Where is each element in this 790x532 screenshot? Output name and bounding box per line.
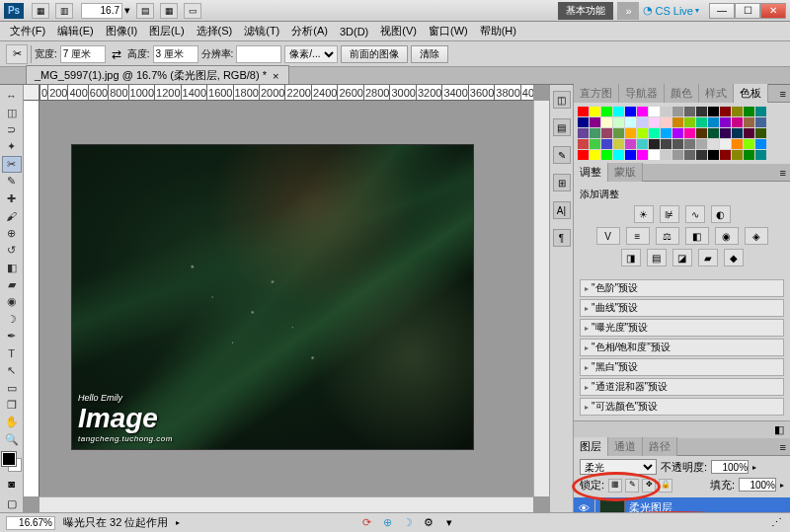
invert-icon[interactable]: ◨: [621, 249, 641, 266]
swatch[interactable]: [696, 117, 707, 127]
status-sync-icon[interactable]: ⟳: [358, 515, 374, 531]
zoom-dropdown-icon[interactable]: ▾: [124, 4, 130, 17]
swatch[interactable]: [672, 117, 683, 127]
close-button[interactable]: ✕: [760, 3, 786, 19]
styles-tab[interactable]: 样式: [699, 84, 734, 103]
marquee-tool[interactable]: ◫: [2, 105, 22, 120]
blur-tool[interactable]: ◉: [2, 294, 22, 310]
brush-tool[interactable]: 🖌: [2, 208, 22, 224]
scrollbar-vertical[interactable]: [533, 101, 549, 496]
swatch[interactable]: [684, 139, 695, 149]
adjustments-tab[interactable]: 调整: [574, 163, 608, 182]
zoom-input[interactable]: [81, 3, 122, 19]
swatch[interactable]: [637, 150, 648, 160]
preset-item[interactable]: "曲线"预设: [580, 299, 784, 317]
swatch[interactable]: [732, 117, 743, 127]
dock-icon-4[interactable]: ⊞: [553, 174, 571, 191]
status-chevron-icon[interactable]: ▾: [441, 515, 457, 531]
huesat-icon[interactable]: ≡: [626, 227, 650, 245]
width-input[interactable]: [60, 45, 106, 63]
dock-icon-1[interactable]: ◫: [553, 91, 571, 109]
menu-file[interactable]: 文件(F): [6, 22, 49, 40]
masks-tab[interactable]: 蒙版: [608, 163, 643, 182]
gradient-tool[interactable]: ▰: [2, 276, 22, 292]
selectivecolor-icon[interactable]: ◆: [724, 249, 744, 266]
navigator-tab[interactable]: 导航器: [619, 84, 665, 103]
menu-3d[interactable]: 3D(D): [336, 24, 372, 39]
swap-dimensions-icon[interactable]: ⇄: [109, 46, 124, 62]
swatch[interactable]: [732, 150, 743, 160]
swatch[interactable]: [755, 128, 766, 138]
channels-tab[interactable]: 通道: [608, 437, 643, 456]
dock-icon-5[interactable]: A|: [553, 201, 571, 219]
swatch[interactable]: [661, 128, 672, 138]
swatch[interactable]: [708, 128, 719, 138]
swatch[interactable]: [720, 107, 731, 116]
resolution-unit-select[interactable]: 像素/...: [284, 45, 338, 63]
menu-image[interactable]: 图像(I): [102, 22, 141, 40]
workspace-selector[interactable]: 基本功能: [558, 2, 613, 20]
swatch[interactable]: [649, 107, 660, 116]
opacity-input[interactable]: [711, 460, 749, 474]
color-swatches[interactable]: [2, 452, 22, 472]
swatch[interactable]: [720, 128, 731, 138]
swatch[interactable]: [732, 107, 743, 116]
brightness-icon[interactable]: ☀: [634, 205, 654, 223]
swatch[interactable]: [684, 117, 695, 127]
screenmode-tool-icon[interactable]: ▢: [3, 496, 21, 512]
swatch[interactable]: [590, 107, 600, 116]
swatch[interactable]: [720, 139, 731, 149]
preset-item[interactable]: "色相/饱和度"预设: [580, 339, 784, 356]
gradientmap-icon[interactable]: ▰: [698, 249, 718, 266]
swatch[interactable]: [720, 150, 731, 160]
swatch[interactable]: [601, 150, 612, 160]
lock-position-icon[interactable]: ✥: [642, 479, 656, 493]
pen-tool[interactable]: ✒: [2, 329, 22, 344]
resolution-input[interactable]: [236, 45, 281, 63]
swatch[interactable]: [684, 128, 695, 138]
cslive-button[interactable]: ◔CS Live▾: [643, 4, 699, 17]
preset-item[interactable]: "通道混和器"预设: [580, 378, 784, 396]
swatch[interactable]: [696, 139, 707, 149]
close-tab-icon[interactable]: ×: [273, 70, 278, 82]
dodge-tool[interactable]: ☽: [2, 311, 22, 327]
status-gear-icon[interactable]: ⚙: [421, 515, 436, 531]
swatch[interactable]: [672, 139, 683, 149]
swatch[interactable]: [744, 117, 754, 127]
blend-mode-select[interactable]: 柔光: [580, 459, 657, 475]
path-tool[interactable]: ↖: [2, 362, 22, 378]
swatch[interactable]: [696, 107, 707, 116]
status-globe-icon[interactable]: ⊕: [379, 515, 395, 531]
history-brush-tool[interactable]: ↺: [2, 242, 22, 258]
menu-layer[interactable]: 图层(L): [145, 22, 188, 40]
status-zoom-input[interactable]: [6, 516, 55, 530]
swatch[interactable]: [613, 107, 624, 116]
swatch[interactable]: [578, 117, 589, 127]
swatch[interactable]: [696, 150, 707, 160]
vibrance-icon[interactable]: V: [596, 227, 620, 245]
preset-item[interactable]: "曝光度"预设: [580, 319, 784, 337]
crop-tool[interactable]: ✂: [2, 156, 22, 173]
adjust-panel-menu-icon[interactable]: ≡: [776, 167, 790, 179]
clear-button[interactable]: 清除: [411, 45, 448, 63]
lasso-tool[interactable]: ⊃: [2, 121, 22, 137]
posterize-icon[interactable]: ▤: [647, 249, 667, 266]
document-tab[interactable]: _MG_5997(1).jpg @ 16.7% (柔光图层, RGB/8) * …: [26, 65, 289, 84]
ruler-origin[interactable]: [24, 85, 40, 101]
swatch[interactable]: [649, 139, 660, 149]
swatches-grid[interactable]: [574, 103, 790, 164]
minimize-button[interactable]: —: [709, 3, 735, 19]
swatch[interactable]: [684, 107, 695, 116]
swatch[interactable]: [696, 128, 707, 138]
swatch[interactable]: [708, 150, 719, 160]
status-moon-icon[interactable]: ☽: [400, 515, 416, 531]
minibridge-icon[interactable]: ▥: [55, 3, 73, 19]
eraser-tool[interactable]: ◧: [2, 260, 22, 275]
swatch[interactable]: [649, 117, 660, 127]
swatch[interactable]: [637, 128, 648, 138]
swatch[interactable]: [578, 139, 589, 149]
swatch[interactable]: [708, 139, 719, 149]
swatch[interactable]: [590, 117, 600, 127]
adjust-clip-icon[interactable]: ◧: [774, 423, 784, 436]
swatch[interactable]: [601, 139, 612, 149]
